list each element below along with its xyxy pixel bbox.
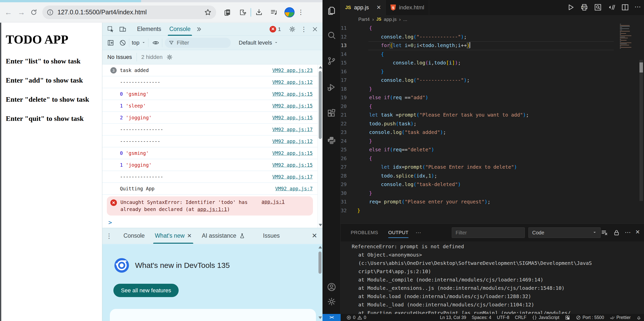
grid-icon[interactable] (565, 315, 570, 320)
source-link[interactable]: VM92 app.js:7 (275, 186, 313, 191)
port-status[interactable]: Port : 5500 (576, 315, 604, 320)
code-line[interactable]: 20 { (341, 102, 644, 111)
source-link[interactable]: app.js:1:1 (197, 206, 227, 212)
eol-sequence[interactable]: CRLF (515, 315, 527, 320)
prettier-status[interactable]: Prettier (610, 315, 631, 320)
download-icon[interactable] (255, 8, 263, 17)
drawer-tab-whats-new[interactable]: What's new ✕ (150, 228, 197, 244)
code-line[interactable]: 31 req= prompt("Please enter your reques… (341, 198, 644, 206)
code-line[interactable]: 30 } (341, 189, 644, 198)
code-line[interactable]: 12 console.log("-------------"); (341, 33, 644, 42)
code-line[interactable]: 24 } (341, 137, 644, 146)
more-actions-icon[interactable]: ⋯ (634, 3, 641, 12)
more-actions-icon[interactable]: ⋯ (625, 229, 631, 236)
close-icon[interactable]: ✕ (635, 229, 640, 236)
scroll-up-arrow[interactable] (319, 66, 322, 68)
source-link[interactable]: VM92 app.js:15 (272, 162, 313, 168)
eye-icon[interactable] (152, 39, 159, 47)
console-scrollbar[interactable] (317, 64, 323, 228)
tab-console[interactable]: Console (165, 23, 195, 36)
console-prompt[interactable]: > (102, 218, 323, 228)
source-link[interactable]: VM92 app.js:17 (272, 127, 313, 132)
run-debug-icon[interactable] (327, 82, 337, 92)
address-bar[interactable]: 127.0.0.1:5500/Part4/index.html (42, 6, 216, 19)
close-icon[interactable]: ✕ (376, 4, 381, 11)
close-icon[interactable] (312, 25, 318, 33)
hidden-messages-label[interactable]: 2 hidden (141, 54, 163, 60)
tab-indexhtml[interactable]: 5 index.html (386, 0, 429, 15)
url-text[interactable]: 127.0.0.1:5500/Part4/index.html (57, 9, 204, 16)
code-line[interactable]: 28 todo.splice(idx,1); (341, 172, 644, 181)
playlist-icon[interactable] (270, 8, 278, 17)
code-line[interactable]: 22 todo.push(task); (341, 120, 644, 128)
python-icon[interactable] (327, 135, 337, 146)
source-control-icon[interactable] (327, 56, 337, 66)
scroll-down-arrow[interactable] (318, 316, 322, 319)
back-arrow-icon[interactable]: ← (4, 8, 13, 17)
breadcrumb-folder[interactable]: Part4 (358, 17, 370, 22)
more-tabs-chevrons-icon[interactable] (196, 26, 202, 32)
source-link[interactable]: VM92 app.js:15 (272, 103, 313, 109)
language-mode[interactable]: JavaScript (532, 315, 559, 320)
output-console[interactable]: ReferenceError: prompt is not definedat … (341, 241, 644, 314)
encoding[interactable]: UTF-8 (497, 315, 509, 320)
kebab-menu-icon[interactable]: ⋮ (296, 8, 306, 17)
minimap[interactable] (620, 24, 633, 49)
reload-icon[interactable] (30, 8, 38, 16)
search-editor-icon[interactable] (594, 3, 602, 12)
code-line[interactable]: 19 else if(req =="add") (341, 93, 644, 102)
drawer-tab-ai-assistance[interactable]: AI assistance (197, 228, 250, 244)
source-link[interactable]: VM92 app.js:12 (272, 138, 313, 144)
drawer-tab-issues[interactable]: Issues (258, 228, 285, 244)
breadcrumb-file[interactable]: app.js (384, 17, 397, 22)
error-count-badge[interactable]: ✕ 1 (270, 26, 281, 32)
scrollbar-thumb[interactable] (639, 62, 643, 73)
source-link[interactable]: VM92 app.js:15 (272, 150, 313, 156)
breadcrumb-symbol[interactable]: ... (403, 17, 407, 22)
context-selector[interactable]: top (132, 40, 146, 46)
extensions-icon[interactable] (327, 108, 337, 118)
code-line[interactable]: 17 console.log("--------------"); (341, 76, 644, 85)
accounts-icon[interactable] (327, 282, 337, 292)
star-icon[interactable] (204, 8, 212, 17)
code-line[interactable]: 27 let idx=prompt("PLease Enter index to… (341, 163, 644, 172)
tab-output[interactable]: OUTPUT (388, 224, 409, 241)
scroll-down-arrow[interactable] (319, 224, 322, 226)
remote-indicator[interactable]: >< (323, 314, 341, 321)
source-link[interactable]: VM92 app.js:17 (272, 174, 313, 180)
console-filter-input[interactable]: Filter (165, 38, 231, 48)
drawer-scrollbar[interactable] (317, 244, 323, 321)
code-line[interactable]: 13 for(let i=0;i<todo.length;i++) (341, 41, 644, 50)
tab-problems[interactable]: PROBLEMS (351, 224, 378, 241)
more-tabs-icon[interactable]: ⋯ (415, 229, 422, 236)
forward-arrow-icon[interactable]: → (17, 8, 26, 17)
notifications-bell[interactable] (636, 315, 641, 320)
code-line[interactable]: 15 console.log(i,todo[i]); (341, 59, 644, 67)
breadcrumb[interactable]: Part4 › JS app.js › ... (341, 15, 644, 23)
kebab-menu-icon[interactable]: ⋮ (106, 232, 112, 240)
source-link[interactable]: VM92 app.js:12 (272, 79, 313, 85)
inspect-cursor-icon[interactable] (107, 25, 114, 33)
code-line[interactable]: 11 { (341, 24, 644, 33)
problems-status[interactable]: 0 0 (346, 315, 366, 320)
code-line[interactable]: 25 else if(req=="delete") (341, 146, 644, 154)
scrollbar-thumb[interactable] (318, 252, 321, 274)
scroll-up-arrow[interactable] (318, 246, 322, 248)
dock-side-icon[interactable] (107, 39, 114, 47)
close-icon[interactable]: ✕ (312, 232, 317, 240)
explorer-icon[interactable] (327, 6, 337, 16)
output-filter-input[interactable]: Filter (452, 227, 525, 238)
profile-avatar[interactable] (284, 7, 295, 17)
code-line[interactable]: 32} (341, 206, 644, 215)
tab-appjs[interactable]: JS app.js ✕ (341, 0, 386, 15)
settings-gear-icon[interactable] (327, 297, 337, 307)
lock-icon[interactable] (613, 229, 620, 236)
see-all-features-button[interactable]: See all new features (113, 284, 179, 297)
gear-icon[interactable] (166, 54, 173, 61)
source-link[interactable]: VM92 app.js:23 (272, 67, 313, 73)
editor-scrollbar[interactable] (639, 60, 643, 201)
code-line[interactable]: 29 console.log("task-deleted") (341, 180, 644, 189)
cursor-position[interactable]: Ln 13, Col 39 (440, 315, 466, 320)
block-icon[interactable] (119, 39, 126, 47)
print-run-icon[interactable] (580, 3, 589, 12)
